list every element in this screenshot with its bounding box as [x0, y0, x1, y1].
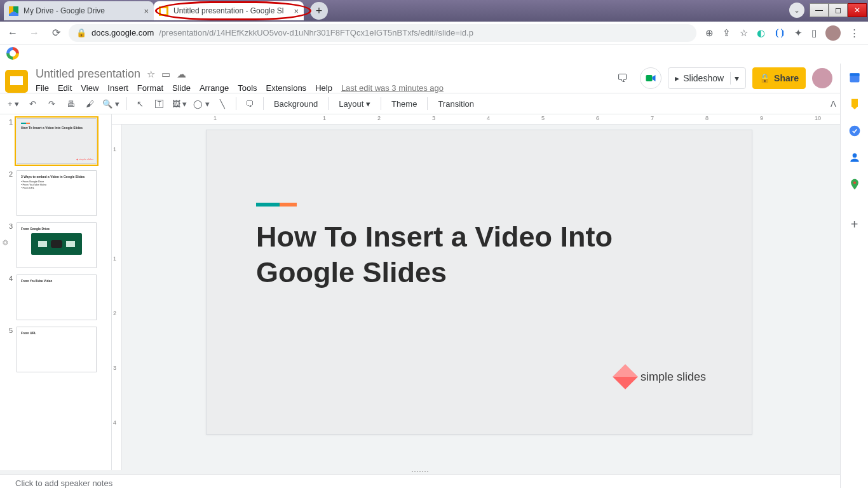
- zoom-button[interactable]: 🔍 ▾: [100, 95, 121, 112]
- thumb-title: From YouTube Video: [21, 279, 52, 283]
- menu-format[interactable]: Format: [137, 83, 163, 93]
- browser-tab-drive[interactable]: My Drive - Google Drive ×: [4, 1, 154, 20]
- slide-thumbnail-1[interactable]: How To Insert a Video Into Google Slides…: [17, 118, 97, 164]
- menu-file[interactable]: File: [36, 83, 49, 93]
- vertical-ruler[interactable]: 1123456: [112, 125, 122, 470]
- reading-list-icon[interactable]: ▯: [811, 27, 817, 39]
- calendar-icon[interactable]: [848, 71, 861, 84]
- cast-icon[interactable]: ⦗⦘: [774, 27, 785, 39]
- menu-slide[interactable]: Slide: [172, 83, 191, 93]
- undo-button[interactable]: ↶: [24, 95, 41, 112]
- extensions-puzzle-icon[interactable]: ✦: [794, 27, 803, 39]
- extension-icons: ⊕ ⇪ ☆ ◐ ⦗⦘ ✦ ▯ ⋮: [700, 25, 864, 41]
- share-button[interactable]: 🔒 Share: [752, 67, 806, 89]
- logo: simple slides: [616, 368, 706, 386]
- slides-icon: [159, 6, 168, 16]
- back-button[interactable]: ←: [4, 24, 22, 42]
- play-icon: ▸: [675, 73, 679, 83]
- star-icon[interactable]: ☆: [147, 69, 155, 80]
- line-tool[interactable]: ╲: [214, 95, 231, 112]
- bookmark-star-icon[interactable]: ☆: [740, 27, 748, 39]
- document-title[interactable]: Untitled presentation: [36, 67, 140, 81]
- close-tab-icon[interactable]: ×: [144, 6, 149, 16]
- select-tool[interactable]: ↖: [132, 95, 149, 112]
- menu-extensions[interactable]: Extensions: [266, 83, 307, 93]
- transition-button[interactable]: Transition: [433, 99, 479, 109]
- menu-tools[interactable]: Tools: [238, 83, 257, 93]
- filmstrip[interactable]: 1 How To Insert a Video Into Google Slid…: [0, 114, 112, 470]
- tab-title: Untitled presentation - Google Sl: [173, 6, 283, 15]
- last-edit-link[interactable]: Last edit was 3 minutes ago: [341, 83, 444, 93]
- theme-button[interactable]: Theme: [386, 99, 422, 109]
- docs-header: Untitled presentation ☆ ▭ ☁ File Edit Vi…: [0, 64, 840, 93]
- menu-insert[interactable]: Insert: [107, 83, 128, 93]
- lock-icon: 🔒: [76, 28, 86, 37]
- move-icon[interactable]: ▭: [161, 69, 170, 80]
- shape-tool[interactable]: ◯ ▾: [191, 95, 212, 112]
- image-tool[interactable]: 🖼 ▾: [170, 95, 189, 112]
- new-slide-button[interactable]: + ▾: [5, 95, 22, 112]
- chevron-down-icon[interactable]: ▾: [735, 73, 739, 83]
- forward-button[interactable]: →: [25, 24, 43, 42]
- slide-thumbnail-3[interactable]: From Google Drive: [17, 222, 97, 268]
- share-page-icon[interactable]: ⇪: [722, 27, 731, 39]
- speaker-notes[interactable]: Click to add speaker notes: [0, 474, 840, 488]
- collapse-toolbar-icon[interactable]: ᐱ: [831, 99, 836, 109]
- slideshow-label: Slideshow: [683, 73, 724, 83]
- menu-edit[interactable]: Edit: [58, 83, 72, 93]
- chrome-menu-icon[interactable]: ⋮: [850, 27, 859, 39]
- account-avatar[interactable]: [812, 68, 832, 88]
- logo-text: simple slides: [641, 370, 706, 384]
- svg-point-3: [849, 126, 860, 137]
- zoom-icon[interactable]: ⊕: [705, 27, 714, 39]
- window-close-button[interactable]: ✕: [848, 3, 867, 17]
- maps-icon[interactable]: [848, 178, 861, 191]
- profile-avatar[interactable]: [825, 25, 841, 41]
- keep-icon[interactable]: [848, 98, 861, 111]
- comment-tool[interactable]: 🗨: [241, 95, 258, 112]
- close-tab-icon[interactable]: ×: [294, 6, 299, 16]
- comments-icon[interactable]: 🗨: [612, 67, 634, 89]
- slides-logo-icon[interactable]: [5, 70, 28, 93]
- textbox-tool[interactable]: 🅃: [151, 95, 168, 112]
- layout-button[interactable]: Layout ▾: [334, 99, 376, 109]
- slideshow-button[interactable]: ▸ Slideshow ▾: [668, 67, 746, 89]
- paint-format-button[interactable]: 🖌: [81, 95, 98, 112]
- browser-tab-slides[interactable]: Untitled presentation - Google Sl ×: [154, 1, 304, 20]
- editor: 1 How To Insert a Video Into Google Slid…: [0, 114, 840, 470]
- browser-toolbar: ← → ⟳ 🔒 docs.google.com/presentation/d/1…: [0, 22, 868, 44]
- menu-view[interactable]: View: [81, 83, 98, 93]
- drive-icon: [9, 6, 18, 16]
- svg-point-5: [853, 181, 855, 184]
- lock-icon: 🔒: [759, 73, 770, 83]
- extension-icon[interactable]: ◐: [757, 27, 765, 39]
- url-domain: docs.google.com: [92, 28, 154, 37]
- account-chevron-icon[interactable]: ⌄: [789, 3, 804, 18]
- background-button[interactable]: Background: [269, 99, 323, 109]
- slide-thumbnail-2[interactable]: 3 Ways to embed a Video in Google Slides…: [17, 170, 97, 216]
- accent-bar: [256, 203, 297, 207]
- menu-help[interactable]: Help: [315, 83, 332, 93]
- google-icon[interactable]: [6, 47, 19, 60]
- redo-button[interactable]: ↷: [43, 95, 60, 112]
- notes-placeholder: Click to add speaker notes: [15, 478, 112, 488]
- new-tab-button[interactable]: +: [310, 2, 328, 20]
- tasks-icon[interactable]: [848, 125, 861, 137]
- cloud-status-icon[interactable]: ☁: [177, 69, 186, 80]
- slide-canvas[interactable]: How To Insert a Video Into Google Slides…: [206, 130, 752, 435]
- print-button[interactable]: 🖶: [62, 95, 79, 112]
- tab-title: My Drive - Google Drive: [24, 6, 105, 15]
- contacts-icon[interactable]: [848, 151, 861, 164]
- slide-thumbnail-5[interactable]: From URL: [17, 327, 97, 372]
- address-bar[interactable]: 🔒 docs.google.com/presentation/d/14HEfKz…: [69, 24, 696, 42]
- slide-thumbnail-4[interactable]: From YouTube Video: [17, 274, 97, 320]
- horizontal-ruler[interactable]: 11234567891011: [112, 114, 840, 125]
- window-maximize-button[interactable]: ◻: [829, 3, 848, 17]
- meet-icon[interactable]: [640, 67, 661, 89]
- menu-arrange[interactable]: Arrange: [200, 83, 229, 93]
- window-minimize-button[interactable]: —: [810, 3, 829, 17]
- add-addon-icon[interactable]: +: [851, 217, 858, 232]
- reload-button[interactable]: ⟳: [47, 24, 65, 42]
- canvas-area[interactable]: 11234567891011 1123456 How To Insert a V…: [112, 114, 840, 470]
- slide-title-text[interactable]: How To Insert a Video Into Google Slides: [256, 219, 669, 291]
